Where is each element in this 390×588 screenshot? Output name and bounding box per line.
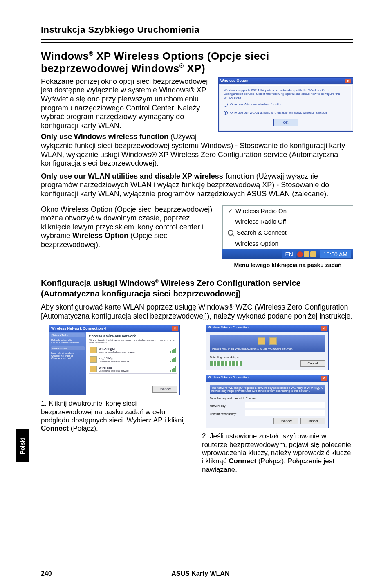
close-icon[interactable]: × (321, 376, 327, 381)
network-icon (258, 337, 265, 345)
heading-part: Konfiguracja usługi Windows (41, 278, 155, 287)
figure-caption: Menu lewego kliknięcia na pasku zadań (222, 262, 353, 269)
language-side-tab: Polski (16, 429, 29, 462)
menu-item-search-connect[interactable]: Search & Connect (223, 227, 353, 238)
wzc-intro: Aby skonfigurować kartę WLAN poprzez usł… (41, 303, 353, 321)
confirm-key-input[interactable] (245, 410, 325, 416)
cancel-button[interactable]: Cancel (300, 418, 325, 424)
connect-button[interactable]: Connect (152, 386, 177, 393)
page-footer: 240 ASUS Karty WLAN (0, 568, 390, 577)
paragraph-block: Only use our WLAN utilities and disable … (41, 172, 353, 199)
menu-item-wireless-option[interactable]: Wireless Option (223, 238, 353, 249)
radio-label: Only use Windows wireless function (230, 103, 282, 107)
step-text: 1. Kliknij dwukrotnie ikonę sieci bezprz… (41, 399, 185, 424)
radio-only-wlan[interactable]: Only use our WLAN utilities and disable … (224, 111, 348, 115)
menu-item-radio-off[interactable]: Wireless Radio Off (223, 216, 353, 227)
inline-bold: Wireless Option (72, 231, 128, 240)
dialog-titlebar: Wireless Network Connection × (206, 325, 328, 332)
panel-desc: Click an item in the list below to conne… (89, 339, 177, 344)
network-security: Unsecured wireless network (99, 370, 129, 372)
progress-label: Detecting network type... (210, 356, 325, 359)
registered-mark: ® (89, 50, 93, 57)
dialog-title: Wireless Network Connection (208, 326, 249, 331)
network-security: security-enabled wireless network (99, 351, 135, 353)
connecting-dialog: Wireless Network Connection × Please wai… (206, 325, 329, 370)
open-option-block: Wireless Radio On Wireless Radio Off Sea… (41, 205, 353, 269)
network-name: Wireless (99, 366, 129, 370)
intro-block: Wireless Option × Windows supports 802.1… (41, 77, 353, 168)
network-name: ap_11b/g (99, 357, 129, 360)
language-indicator[interactable]: EN (282, 250, 295, 259)
dialog-title: Wireless Option (220, 79, 248, 83)
footer-title: ASUS Karty WLAN (52, 570, 349, 577)
page-number: 240 (41, 570, 52, 577)
menu-label: Search & Connect (237, 229, 287, 236)
network-icon (90, 356, 97, 363)
inline-bold: Connect (229, 457, 256, 465)
connect-button[interactable]: Connect (273, 418, 298, 424)
tray-icon[interactable] (310, 251, 316, 257)
doc-section-header: Instrukcja Szybkiego Uruchomienia (41, 25, 353, 35)
horizontal-rule (41, 42, 353, 43)
registered-mark: ® (179, 63, 184, 69)
radio-icon (224, 111, 228, 115)
progress-bar (210, 361, 242, 366)
horizontal-rule (41, 39, 353, 40)
dialog-body: Windows supports 802.11b/g wireless netw… (220, 85, 352, 130)
network-item[interactable]: Wireless Unsecured wireless network (89, 364, 177, 374)
paragraph-text: Pokazane poniżej okno opcji sieci bezprz… (41, 77, 208, 130)
computer-icon (269, 337, 277, 345)
radio-label: Only use our WLAN utilities and disable … (230, 111, 327, 115)
network-icon (90, 366, 97, 372)
banner-text: Please wait while Windows connects to th… (212, 347, 323, 350)
close-icon[interactable]: × (345, 79, 351, 83)
inline-bold: Connect (41, 424, 69, 432)
field-label: Confirm network key: (210, 413, 242, 415)
step-1-text: 1. Kliknij dwukrotnie ikonę sieci bezprz… (41, 399, 192, 433)
section-title: Windows® XP Wireless Options (Opcje siec… (41, 50, 353, 75)
signal-strength-icon (170, 366, 176, 372)
panel-link[interactable]: Set up a wireless network (51, 341, 85, 344)
option-heading: Only use Windows wireless function (41, 132, 168, 141)
search-icon (228, 230, 233, 236)
tasks-panel: Network Tasks Refresh network list Set u… (49, 332, 86, 395)
tray-clock: 10:50 AM (320, 250, 351, 259)
dialog-titlebar: Wireless Network Connection × (206, 375, 328, 382)
radio-icon (224, 103, 228, 107)
step-2-text: 2. Jeśli ustawione zostało szyfrowanie w… (202, 432, 353, 474)
wireless-option-dialog: Wireless Option × Windows supports 802.1… (218, 77, 353, 132)
tray-icon[interactable] (304, 251, 309, 257)
close-icon[interactable]: × (321, 326, 327, 331)
radio-only-windows[interactable]: Only use Windows wireless function (224, 103, 348, 107)
field-label: Type the key, and then click Connect. (210, 397, 325, 400)
network-security: Unsecured wireless network (99, 360, 129, 363)
network-icon (90, 347, 97, 353)
menu-item-radio-on[interactable]: Wireless Radio On (223, 206, 353, 216)
network-item[interactable]: ap_11b/g Unsecured wireless network (89, 355, 177, 364)
dialog-title: Wireless Network Connection (208, 376, 249, 381)
dialog-info-text: Windows supports 802.11b/g wireless netw… (224, 88, 348, 100)
networks-panel: Choose a wireless network Click an item … (86, 332, 179, 395)
panel-link[interactable]: Change advanced (51, 357, 85, 359)
signal-strength-icon (170, 348, 176, 353)
field-label: Network key: (210, 404, 242, 407)
tray-icon[interactable] (297, 251, 303, 257)
panel-group: Network Tasks (51, 333, 85, 337)
taskbar-context-menu: Wireless Radio On Wireless Radio Off Sea… (222, 205, 353, 269)
close-icon[interactable]: × (172, 326, 178, 331)
title-part: XP) (184, 62, 206, 74)
dialog-titlebar: Wireless Network Connection 4 × (49, 325, 179, 332)
network-item[interactable]: WL-566gM security-enabled wireless netwo… (89, 346, 177, 355)
network-name: WL-566gM (99, 347, 135, 351)
cancel-button[interactable]: Cancel (300, 360, 325, 367)
choose-network-dialog: Wireless Network Connection 4 × Network … (49, 325, 180, 395)
dialog-title: Wireless Network Connection 4 (51, 326, 106, 330)
option-heading: Only use our WLAN utilities and disable … (41, 172, 254, 180)
info-text: The network 'WL-566gM' requires a networ… (210, 385, 325, 394)
panel-heading: Choose a wireless network (89, 334, 177, 338)
dialog-titlebar: Wireless Option × (219, 78, 353, 84)
system-tray: EN 10:50 AM (222, 249, 353, 260)
ok-button[interactable]: OK (273, 119, 298, 126)
subsection-heading: Konfiguracja usługi Windows® Wireless Ze… (41, 278, 353, 299)
network-key-input[interactable] (245, 402, 325, 408)
